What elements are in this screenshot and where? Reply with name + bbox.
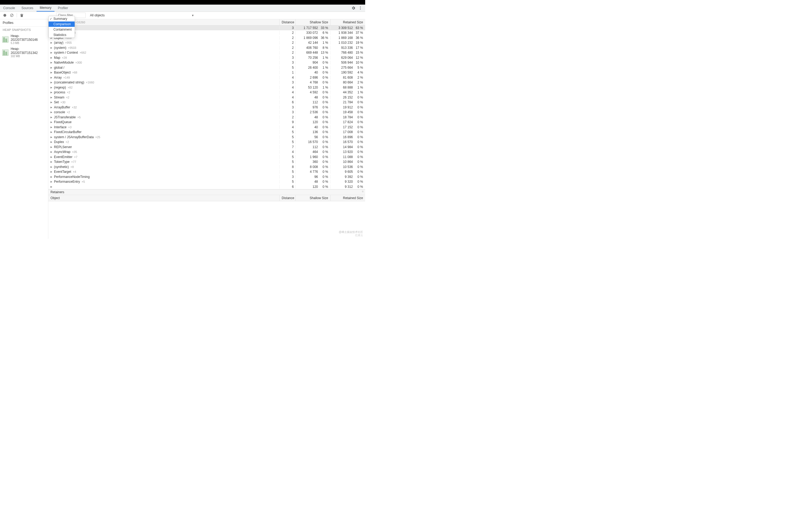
scope-select[interactable]: All objects ▼ [88,13,196,18]
expand-icon[interactable]: ▶ [50,121,52,123]
expand-icon[interactable]: ▶ [50,111,52,114]
table-row[interactable]: ▶ AsyncWrap ×35 4 464 0 % 13 920 0 % [48,149,365,154]
distance-value: 3 [279,56,295,60]
table-row[interactable]: ▶ (array) ×955 2 42 144 1 % 1 010 232 19… [48,40,365,45]
kebab-icon[interactable] [358,6,362,10]
dropdown-item-comparison[interactable]: Comparison [48,21,75,27]
constructor-name: EventTarget [54,170,71,174]
expand-icon[interactable]: ▶ [50,166,52,168]
table-row[interactable]: ▶ Object ×689 2 1 869 096 36 % 1 869 168… [48,35,365,41]
expand-icon[interactable]: ▶ [50,176,52,178]
table-row[interactable]: ▶ EventEmitter ×7 5 1 960 0 % 11 088 0 % [48,154,365,160]
expand-icon[interactable]: ▶ [50,76,52,79]
table-row[interactable]: ▶ Map ×28 3 70 256 1 % 629 064 12 % [48,55,365,60]
expand-icon[interactable]: ▶ [50,161,52,163]
table-row[interactable]: ▶ Interface ×3 4 40 0 % 17 152 0 % [48,125,365,130]
tab-profiler[interactable]: Profiler [55,5,71,12]
expand-icon[interactable]: ▶ [50,131,52,133]
shallow-value: 464 [295,150,320,154]
retained-pct: 0 % [354,155,365,159]
heap-rows[interactable]: hidden 3 1 717 552 33 % 3 309 512 63 % ▶… [48,26,365,190]
col-retained[interactable]: Retained Size [330,19,365,25]
expand-icon[interactable]: ▶ [50,116,52,119]
dropdown-item-containment[interactable]: Containment [48,27,75,32]
table-row[interactable]: ▶ (regexp) ×82 4 53 120 1 % 68 888 1 % [48,85,365,90]
col-shallow[interactable]: Shallow Size [295,19,330,25]
table-row[interactable]: ▶ FixedCircularBuffer 5 136 0 % 17 008 0… [48,130,365,135]
table-row[interactable]: ▶ ArrayBuffer ×32 3 976 0 % 19 912 0 % [48,105,365,110]
expand-icon[interactable]: ▶ [50,51,52,54]
expand-icon[interactable]: ▶ [50,71,52,74]
table-row[interactable]: ▶ Duplex ×2 5 16 570 0 % 16 570 0 % [48,139,365,145]
table-row[interactable]: ▶ FixedQueue 9 120 0 % 17 824 0 % [48,120,365,125]
expand-icon[interactable]: ▶ [50,96,52,99]
view-dropdown[interactable]: ✓SummaryComparisonContainmentStatistics [48,16,75,38]
table-row[interactable]: ▶ (synthetic) ×8 8 8 008 0 % 10 536 0 % [48,165,365,169]
table-row[interactable]: ▶ Set ×30 6 112 0 % 21 784 0 % [48,100,365,105]
table-row[interactable]: ▶ REPLServer 7 112 0 % 14 984 0 % [48,145,365,150]
expand-icon[interactable]: ▶ [50,101,52,104]
expand-icon[interactable]: ▶ [50,180,52,183]
expand-icon[interactable]: ▶ [50,91,52,94]
expand-icon[interactable]: ▶ [50,156,52,158]
table-row[interactable]: ▶ Array ×149 4 2 696 0 % 81 608 2 % [48,75,365,80]
table-row[interactable]: ▶ process ×2 4 4 592 0 % 44 352 1 % [48,90,365,95]
ret-col-distance[interactable]: Distance [279,195,295,201]
retained-value: 11 088 [330,155,354,159]
table-row[interactable]: ▶ system / Context ×662 2 669 448 13 % 7… [48,50,365,55]
table-row[interactable]: ▶ PerformanceNodeTiming 3 96 0 % 9 392 0… [48,175,365,180]
table-row[interactable]: ▶ PerformanceEntry ×5 5 48 0 % 9 320 0 % [48,179,365,184]
table-row[interactable]: ▶ Stream ×2 4 48 0 % 26 152 0 % [48,95,365,100]
expand-icon[interactable]: ▶ [50,41,52,44]
expand-icon[interactable]: ▶ [50,140,52,143]
table-row[interactable]: ▶ NativeModule ×300 3 904 0 % 506 944 10… [48,60,365,65]
tab-memory[interactable]: Memory [37,5,55,12]
distance-value: 5 [279,135,295,139]
expand-icon[interactable]: ▶ [50,185,52,188]
expand-icon[interactable]: ▶ [50,170,52,173]
expand-icon[interactable]: ▶ [50,56,52,59]
record-icon[interactable] [3,13,7,17]
col-constructor[interactable]: ×16260 [48,19,279,25]
table-row[interactable]: ▶ (string) ×12198 2 330 072 6 % 1 938 34… [48,30,365,35]
table-row[interactable]: ▶ TokenType ×77 5 360 0 % 10 864 0 % [48,160,365,165]
expand-icon[interactable]: ▶ [50,61,52,64]
table-row[interactable]: ▶ system / JSArrayBufferData ×25 5 56 0 … [48,135,365,140]
snapshot-item[interactable]: Heap-20220730T151342 102 MB [0,46,48,59]
col-distance[interactable]: Distance [279,19,295,25]
expand-icon[interactable]: ▶ [50,146,52,148]
dropdown-item-statistics[interactable]: Statistics [48,32,75,37]
table-row[interactable]: hidden 3 1 717 552 33 % 3 309 512 63 % [48,26,365,31]
gear-icon[interactable] [351,6,356,10]
ret-col-object[interactable]: Object [48,195,279,201]
expand-icon[interactable]: ▶ [50,151,52,153]
table-row[interactable]: ▶ BaseObject ×68 1 40 0 % 190 592 4 % [48,70,365,75]
distance-value: 5 [279,140,295,144]
expand-icon[interactable]: ▶ [50,136,52,138]
table-row[interactable]: ▶ console ×2 3 2 536 0 % 19 458 0 % [48,110,365,115]
distance-value: 5 [279,180,295,183]
tab-console[interactable]: Console [0,5,18,12]
expand-icon[interactable]: ▶ [50,86,52,89]
table-row[interactable]: ▶ 6 120 0 % 9 312 0 % [48,184,365,190]
table-row[interactable]: ▶ (concatenated string) ×1660 3 4 768 0 … [48,80,365,85]
expand-icon[interactable]: ▶ [50,46,52,49]
tab-sources[interactable]: Sources [18,5,37,12]
expand-icon[interactable]: ▶ [50,66,52,69]
svg-point-1 [360,8,361,9]
ret-col-shallow[interactable]: Shallow Size [295,195,330,201]
distance-value: 3 [279,105,295,109]
snapshot-item[interactable]: Heap-20220730T150146 5.3 MB [0,33,48,46]
dropdown-item-summary[interactable]: ✓Summary [48,16,75,21]
delete-icon[interactable] [19,13,24,17]
expand-icon[interactable]: ▶ [50,81,52,84]
table-row[interactable]: ▶ EventTarget ×4 5 4 776 0 % 9 605 0 % [48,169,365,175]
table-row[interactable]: ▶ global / 5 26 400 1 % 275 664 5 % [48,65,365,70]
table-row[interactable]: ▶ (system) ×9503 2 406 760 8 % 913 336 1… [48,45,365,50]
table-row[interactable]: ▶ JSTransferable ×5 2 48 0 % 18 784 0 % [48,115,365,120]
ret-col-retained[interactable]: Retained Size [330,195,365,201]
clear-icon[interactable] [10,13,14,17]
expand-icon[interactable]: ▶ [50,106,52,109]
shallow-pct: 0 % [320,150,330,154]
expand-icon[interactable]: ▶ [50,126,52,129]
